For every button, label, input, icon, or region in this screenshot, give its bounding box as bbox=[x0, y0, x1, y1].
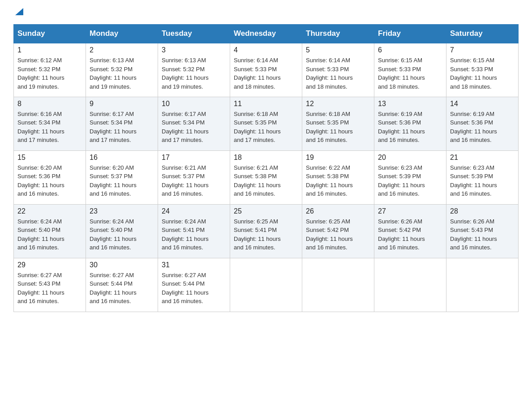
day-number: 18 bbox=[234, 154, 298, 162]
calendar-cell: 19Sunrise: 6:22 AMSunset: 5:38 PMDayligh… bbox=[302, 150, 374, 204]
page-header bbox=[13, 9, 519, 17]
column-header-monday: Monday bbox=[86, 25, 158, 43]
day-info: Sunrise: 6:13 AMSunset: 5:32 PMDaylight:… bbox=[90, 56, 154, 91]
column-header-friday: Friday bbox=[374, 25, 446, 43]
day-info: Sunrise: 6:25 AMSunset: 5:41 PMDaylight:… bbox=[234, 217, 298, 252]
calendar-header-row: SundayMondayTuesdayWednesdayThursdayFrid… bbox=[14, 25, 519, 43]
day-number: 14 bbox=[450, 100, 515, 108]
calendar-cell: 9Sunrise: 6:17 AMSunset: 5:34 PMDaylight… bbox=[86, 97, 158, 150]
calendar-cell: 22Sunrise: 6:24 AMSunset: 5:40 PMDayligh… bbox=[14, 204, 86, 258]
day-number: 3 bbox=[162, 46, 226, 54]
day-number: 25 bbox=[234, 207, 298, 215]
day-number: 2 bbox=[90, 46, 154, 54]
column-header-saturday: Saturday bbox=[446, 25, 519, 43]
calendar-cell: 4Sunrise: 6:14 AMSunset: 5:33 PMDaylight… bbox=[230, 43, 302, 97]
day-info: Sunrise: 6:14 AMSunset: 5:33 PMDaylight:… bbox=[234, 56, 298, 91]
calendar-cell: 10Sunrise: 6:17 AMSunset: 5:34 PMDayligh… bbox=[158, 97, 230, 150]
day-info: Sunrise: 6:26 AMSunset: 5:42 PMDaylight:… bbox=[378, 217, 442, 252]
day-info: Sunrise: 6:27 AMSunset: 5:44 PMDaylight:… bbox=[90, 271, 154, 306]
calendar-cell: 18Sunrise: 6:21 AMSunset: 5:38 PMDayligh… bbox=[230, 150, 302, 204]
day-info: Sunrise: 6:24 AMSunset: 5:41 PMDaylight:… bbox=[162, 217, 226, 252]
day-info: Sunrise: 6:19 AMSunset: 5:36 PMDaylight:… bbox=[450, 110, 515, 145]
calendar-cell bbox=[302, 258, 374, 312]
day-number: 12 bbox=[306, 100, 370, 108]
column-header-sunday: Sunday bbox=[14, 25, 86, 43]
day-number: 26 bbox=[306, 207, 370, 215]
day-info: Sunrise: 6:13 AMSunset: 5:32 PMDaylight:… bbox=[162, 56, 226, 91]
calendar-cell: 8Sunrise: 6:16 AMSunset: 5:34 PMDaylight… bbox=[14, 97, 86, 150]
day-number: 5 bbox=[306, 46, 370, 54]
calendar-cell: 23Sunrise: 6:24 AMSunset: 5:40 PMDayligh… bbox=[86, 204, 158, 258]
day-info: Sunrise: 6:17 AMSunset: 5:34 PMDaylight:… bbox=[90, 110, 154, 145]
day-number: 1 bbox=[17, 46, 82, 54]
day-number: 20 bbox=[378, 154, 442, 162]
calendar-cell: 21Sunrise: 6:23 AMSunset: 5:39 PMDayligh… bbox=[446, 150, 519, 204]
day-info: Sunrise: 6:18 AMSunset: 5:35 PMDaylight:… bbox=[306, 110, 370, 145]
day-number: 4 bbox=[234, 46, 298, 54]
day-number: 23 bbox=[90, 207, 154, 215]
day-number: 22 bbox=[17, 207, 82, 215]
day-number: 27 bbox=[378, 207, 442, 215]
day-info: Sunrise: 6:18 AMSunset: 5:35 PMDaylight:… bbox=[234, 110, 298, 145]
day-info: Sunrise: 6:20 AMSunset: 5:36 PMDaylight:… bbox=[17, 163, 82, 198]
calendar-cell: 2Sunrise: 6:13 AMSunset: 5:32 PMDaylight… bbox=[86, 43, 158, 97]
day-number: 16 bbox=[90, 154, 154, 162]
day-info: Sunrise: 6:15 AMSunset: 5:33 PMDaylight:… bbox=[450, 56, 515, 91]
calendar-cell: 27Sunrise: 6:26 AMSunset: 5:42 PMDayligh… bbox=[374, 204, 446, 258]
calendar-week-row: 15Sunrise: 6:20 AMSunset: 5:36 PMDayligh… bbox=[14, 150, 519, 204]
calendar-cell: 17Sunrise: 6:21 AMSunset: 5:37 PMDayligh… bbox=[158, 150, 230, 204]
day-number: 6 bbox=[378, 46, 442, 54]
day-number: 13 bbox=[378, 100, 442, 108]
day-info: Sunrise: 6:26 AMSunset: 5:43 PMDaylight:… bbox=[450, 217, 515, 252]
calendar-cell: 1Sunrise: 6:12 AMSunset: 5:32 PMDaylight… bbox=[14, 43, 86, 97]
calendar-cell: 11Sunrise: 6:18 AMSunset: 5:35 PMDayligh… bbox=[230, 97, 302, 150]
day-info: Sunrise: 6:20 AMSunset: 5:37 PMDaylight:… bbox=[90, 163, 154, 198]
calendar-cell bbox=[230, 258, 302, 312]
logo bbox=[13, 9, 24, 17]
day-number: 19 bbox=[306, 154, 370, 162]
day-number: 21 bbox=[450, 154, 515, 162]
day-number: 29 bbox=[17, 261, 82, 269]
day-info: Sunrise: 6:19 AMSunset: 5:36 PMDaylight:… bbox=[378, 110, 442, 145]
day-number: 10 bbox=[162, 100, 226, 108]
calendar-cell: 15Sunrise: 6:20 AMSunset: 5:36 PMDayligh… bbox=[14, 150, 86, 204]
calendar-cell: 24Sunrise: 6:24 AMSunset: 5:41 PMDayligh… bbox=[158, 204, 230, 258]
calendar-week-row: 8Sunrise: 6:16 AMSunset: 5:34 PMDaylight… bbox=[14, 97, 519, 150]
day-number: 9 bbox=[90, 100, 154, 108]
day-info: Sunrise: 6:24 AMSunset: 5:40 PMDaylight:… bbox=[90, 217, 154, 252]
day-number: 7 bbox=[450, 46, 515, 54]
calendar-week-row: 1Sunrise: 6:12 AMSunset: 5:32 PMDaylight… bbox=[14, 43, 519, 97]
day-number: 24 bbox=[162, 207, 226, 215]
calendar-cell: 7Sunrise: 6:15 AMSunset: 5:33 PMDaylight… bbox=[446, 43, 519, 97]
calendar-cell: 31Sunrise: 6:27 AMSunset: 5:44 PMDayligh… bbox=[158, 258, 230, 312]
calendar-cell: 25Sunrise: 6:25 AMSunset: 5:41 PMDayligh… bbox=[230, 204, 302, 258]
calendar-table: SundayMondayTuesdayWednesdayThursdayFrid… bbox=[13, 24, 519, 312]
calendar-cell: 16Sunrise: 6:20 AMSunset: 5:37 PMDayligh… bbox=[86, 150, 158, 204]
column-header-wednesday: Wednesday bbox=[230, 25, 302, 43]
day-info: Sunrise: 6:17 AMSunset: 5:34 PMDaylight:… bbox=[162, 110, 226, 145]
calendar-cell: 14Sunrise: 6:19 AMSunset: 5:36 PMDayligh… bbox=[446, 97, 519, 150]
day-info: Sunrise: 6:23 AMSunset: 5:39 PMDaylight:… bbox=[378, 163, 442, 198]
calendar-week-row: 29Sunrise: 6:27 AMSunset: 5:43 PMDayligh… bbox=[14, 258, 519, 312]
day-info: Sunrise: 6:24 AMSunset: 5:40 PMDaylight:… bbox=[17, 217, 82, 252]
day-info: Sunrise: 6:21 AMSunset: 5:38 PMDaylight:… bbox=[234, 163, 298, 198]
column-header-thursday: Thursday bbox=[302, 25, 374, 43]
logo-triangle-icon bbox=[14, 7, 24, 17]
calendar-cell: 6Sunrise: 6:15 AMSunset: 5:33 PMDaylight… bbox=[374, 43, 446, 97]
calendar-cell: 20Sunrise: 6:23 AMSunset: 5:39 PMDayligh… bbox=[374, 150, 446, 204]
day-info: Sunrise: 6:27 AMSunset: 5:43 PMDaylight:… bbox=[17, 271, 82, 306]
day-info: Sunrise: 6:22 AMSunset: 5:38 PMDaylight:… bbox=[306, 163, 370, 198]
column-header-tuesday: Tuesday bbox=[158, 25, 230, 43]
calendar-cell: 5Sunrise: 6:14 AMSunset: 5:33 PMDaylight… bbox=[302, 43, 374, 97]
calendar-cell: 12Sunrise: 6:18 AMSunset: 5:35 PMDayligh… bbox=[302, 97, 374, 150]
day-number: 8 bbox=[17, 100, 82, 108]
day-info: Sunrise: 6:25 AMSunset: 5:42 PMDaylight:… bbox=[306, 217, 370, 252]
calendar-week-row: 22Sunrise: 6:24 AMSunset: 5:40 PMDayligh… bbox=[14, 204, 519, 258]
calendar-cell: 29Sunrise: 6:27 AMSunset: 5:43 PMDayligh… bbox=[14, 258, 86, 312]
day-info: Sunrise: 6:16 AMSunset: 5:34 PMDaylight:… bbox=[17, 110, 82, 145]
calendar-cell: 30Sunrise: 6:27 AMSunset: 5:44 PMDayligh… bbox=[86, 258, 158, 312]
day-info: Sunrise: 6:27 AMSunset: 5:44 PMDaylight:… bbox=[162, 271, 226, 306]
day-info: Sunrise: 6:15 AMSunset: 5:33 PMDaylight:… bbox=[378, 56, 442, 91]
day-info: Sunrise: 6:23 AMSunset: 5:39 PMDaylight:… bbox=[450, 163, 515, 198]
day-info: Sunrise: 6:12 AMSunset: 5:32 PMDaylight:… bbox=[17, 56, 82, 91]
